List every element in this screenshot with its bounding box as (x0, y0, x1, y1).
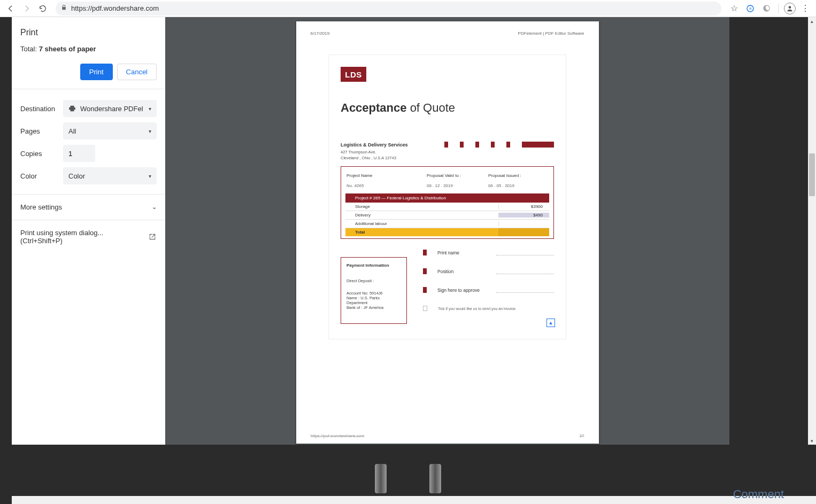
extension-2-icon[interactable] (760, 2, 773, 15)
destination-label: Destination (20, 105, 63, 113)
print-preview-viewport[interactable]: 6/17/2019 PDFelement | PDF Editor Softwa… (165, 17, 729, 445)
extension-1-icon[interactable]: 恩 (744, 2, 757, 15)
preview-scrollbar[interactable]: ▴ ▾ (808, 17, 816, 445)
doc-subhead-row: Logistics & Delivery Services (341, 142, 554, 148)
nav-reload-button[interactable] (36, 2, 49, 15)
table-row: Additional labour (345, 220, 549, 228)
print-name-row: Print name (423, 250, 554, 255)
position-row: Position (423, 268, 554, 274)
scroll-to-top-button[interactable]: ▲ (546, 319, 555, 327)
svg-text:恩: 恩 (749, 7, 752, 10)
signature-line (496, 288, 554, 293)
more-settings-label: More settings (20, 203, 62, 211)
pages-select[interactable]: All ▾ (63, 122, 157, 139)
chevron-down-icon: ▾ (149, 106, 151, 112)
scrollbar-thumb[interactable] (809, 153, 815, 196)
copies-row: Copies (20, 145, 157, 162)
chevron-down-icon: ▾ (149, 128, 151, 134)
page-footer: https://puf.wondershare.com 37 (311, 433, 584, 438)
reload-icon (39, 4, 47, 13)
chevron-down-icon: ⌄ (152, 204, 157, 211)
monitor-stand-decoration (375, 464, 441, 493)
val-issued: 06 . 05 . 2019 (488, 183, 514, 188)
browser-menu-button[interactable]: ⋮ (799, 3, 812, 13)
print-title: Print (20, 28, 157, 37)
print-buttons: Print Cancel (20, 64, 157, 80)
url-bar[interactable]: https://pdf.wondershare.com (56, 2, 721, 15)
nav-back-button[interactable] (4, 2, 17, 15)
square-icon (506, 142, 510, 148)
page-header-product: PDFelement | PDF Editor Software (518, 31, 584, 36)
page-header-date: 6/17/2019 (311, 31, 330, 36)
table-row: Storage $3900 (345, 203, 549, 211)
print-options: Destination Wondershare PDFel ▾ Pages Al… (12, 89, 165, 195)
scrollbar-down-button[interactable]: ▾ (808, 437, 816, 445)
quote-columns-header: Project Name Proposal Valid to : Proposa… (345, 171, 549, 179)
printer-icon (68, 105, 76, 112)
document-title-bold: Acceptance (341, 101, 407, 114)
color-value: Color (68, 172, 85, 180)
destination-select[interactable]: Wondershare PDFel ▾ (63, 100, 157, 117)
nav-forward-button[interactable] (20, 2, 33, 15)
item-label: Storage (355, 204, 498, 209)
address-line-1: 427 Thompson Ave. (341, 150, 554, 156)
quote-box: Project Name Proposal Valid to : Proposa… (341, 166, 554, 239)
item-amount (498, 221, 549, 226)
direct-deposit-label: Direct Deposit : (347, 278, 401, 283)
payment-account: Account No: 5914J6 (347, 291, 401, 296)
square-icon (491, 142, 495, 148)
signature-line (496, 250, 554, 255)
external-link-icon (149, 232, 157, 241)
main-area: Comment Print Total: 7 sheets of paper P… (0, 17, 816, 504)
col-project-name: Project Name (347, 173, 427, 178)
document-title: Acceptance of Quote (341, 101, 554, 115)
print-header: Print Total: 7 sheets of paper Print Can… (12, 17, 165, 89)
print-total-value: 7 sheets of paper (39, 45, 96, 53)
scrollbar-up-button[interactable]: ▴ (808, 17, 816, 25)
signature-column: Print name Position Sign here to approve (423, 250, 554, 324)
square-icon (423, 250, 427, 255)
signature-line (496, 269, 554, 274)
sign-here-label: Sign here to approve (437, 288, 486, 293)
chevron-down-icon: ▾ (149, 173, 151, 179)
document-body: LDS Acceptance of Quote Logistics & Deli… (328, 55, 566, 339)
print-total: Total: 7 sheets of paper (20, 45, 157, 53)
val-project-no: No. #265 (347, 183, 427, 188)
comment-watermark: Comment (733, 487, 784, 501)
horizontal-scrollbar[interactable] (12, 496, 816, 504)
item-amount: $490 (498, 213, 549, 218)
arrow-right-icon (22, 4, 31, 13)
arrow-left-icon (6, 4, 15, 13)
footer-url: https://puf.wondershare.com (311, 433, 365, 438)
svg-point-2 (789, 6, 791, 9)
scrollbar-track[interactable] (808, 25, 816, 437)
item-label: Delivery (355, 213, 498, 218)
print-name-label: Print name (437, 250, 486, 255)
col-proposal-valid: Proposal Valid to : (427, 173, 488, 178)
print-total-prefix: Total: (20, 45, 39, 53)
item-amount: $3900 (498, 204, 549, 209)
system-dialog-link[interactable]: Print using system dialog... (Ctrl+Shift… (12, 220, 165, 253)
total-label: Total (355, 230, 498, 235)
position-label: Position (437, 269, 486, 274)
browser-toolbar: https://pdf.wondershare.com ☆ 恩 ⋮ (0, 0, 816, 17)
copies-input[interactable] (63, 145, 95, 162)
color-select[interactable]: Color ▾ (63, 167, 157, 184)
color-label: Color (20, 172, 63, 180)
more-settings-toggle[interactable]: More settings ⌄ (12, 195, 165, 220)
lds-logo: LDS (341, 67, 366, 82)
address-line-2: Cleveland , Ohio , U.S.A 12743 (341, 156, 554, 161)
checkbox-icon (423, 306, 427, 311)
document-title-rest: of Quote (407, 101, 456, 114)
total-row: Total (345, 228, 549, 236)
total-amount-box (498, 228, 549, 236)
profile-avatar[interactable] (784, 3, 796, 14)
url-text: https://pdf.wondershare.com (71, 4, 159, 12)
print-button[interactable]: Print (80, 64, 113, 80)
square-large-icon (522, 142, 554, 148)
cancel-button[interactable]: Cancel (117, 64, 157, 80)
lock-icon (61, 4, 67, 12)
bookmark-star-icon[interactable]: ☆ (728, 3, 741, 13)
copies-label: Copies (20, 150, 63, 158)
system-dialog-label: Print using system dialog... (Ctrl+Shift… (20, 229, 143, 245)
